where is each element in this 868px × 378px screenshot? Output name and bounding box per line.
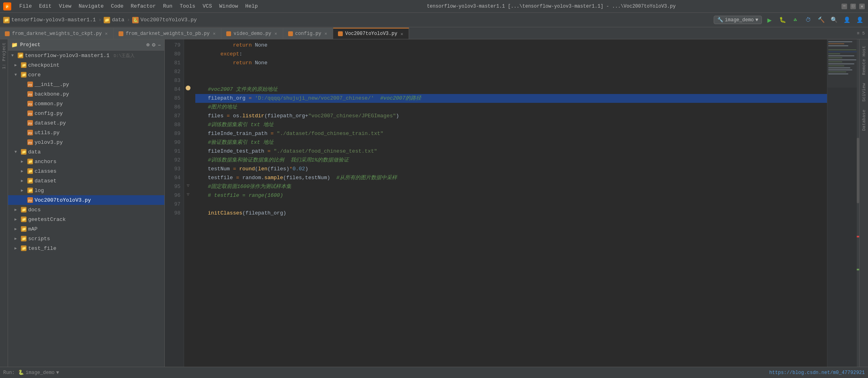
fold-95[interactable]: ▽	[184, 181, 192, 190]
menu-tools[interactable]: Tools	[176, 2, 199, 10]
tree-label-backbone: backbone.py	[35, 91, 69, 97]
tree-item-yolov3[interactable]: ▶ py yolov3.py	[8, 137, 164, 147]
code-content[interactable]: return None except: return None	[192, 39, 827, 367]
menu-edit[interactable]: Edit	[36, 2, 55, 10]
geetest-icon: 📁	[21, 217, 27, 222]
account2-button[interactable]: 👤	[854, 15, 865, 25]
menu-help[interactable]: Help	[242, 2, 261, 10]
tree-item-data[interactable]: ▼ 📁 data	[8, 147, 164, 157]
code-line-97	[195, 200, 827, 209]
sidebar-sciview[interactable]: SciView	[861, 80, 867, 105]
menu-bar[interactable]: File Edit View Navigate Code Refactor Ru…	[16, 2, 261, 10]
menu-vcs[interactable]: VCS	[199, 2, 215, 10]
code-editor[interactable]: 79 80 81 82 83 84 85 86 87 88 89 90 91 9…	[165, 39, 859, 367]
code-line-88: #训练数据集索引 txt 地址	[195, 121, 827, 129]
tree-item-checkpoint[interactable]: ▶ 📁 checkpoint	[8, 60, 164, 70]
tab-close-5[interactable]: ✕	[400, 31, 404, 37]
tree-label-test-file: test_file	[28, 245, 56, 251]
close-button[interactable]: ✕	[859, 4, 865, 9]
tree-arrow-classes: ▶	[21, 169, 26, 174]
tab-close-3[interactable]: ✕	[274, 31, 278, 36]
csdn-link[interactable]: https://blog.csdn.net/m0_47792921	[769, 370, 865, 376]
menu-run[interactable]: Run	[160, 2, 176, 10]
breadcrumb-root[interactable]: tensorflow-yolov3-master1.1	[11, 17, 96, 23]
search-button[interactable]: 🔍	[829, 15, 839, 25]
run-button[interactable]: ▶	[764, 15, 775, 25]
coverage-button[interactable]: ☘	[790, 15, 800, 25]
menu-code[interactable]: Code	[108, 2, 127, 10]
debug-button[interactable]: 🐛	[777, 15, 788, 25]
tree-item-map[interactable]: ▶ 📁 mAP	[8, 224, 164, 234]
fold-96[interactable]: ▽	[184, 190, 192, 198]
tree-label-dataset-folder: dataset	[35, 178, 57, 184]
breadcrumb-sep-2: ›	[127, 17, 130, 23]
tree-item-core[interactable]: ▼ 📁 core	[8, 70, 164, 80]
tree-item-config[interactable]: ▶ py config.py	[8, 108, 164, 118]
breadcrumb-data[interactable]: data	[112, 17, 124, 23]
bottom-run-config[interactable]: 🐍 image_demo ▼	[18, 370, 59, 376]
tree-item-dataset[interactable]: ▶ py dataset.py	[8, 118, 164, 128]
tree-item-backbone[interactable]: ▶ py backbone.py	[8, 89, 164, 99]
menu-window[interactable]: Window	[216, 2, 242, 10]
tab-voc2007[interactable]: Voc2007toYoloV3.py ✕	[333, 28, 409, 39]
file-tree: ▼ 📁 tensorflow-yolov3-master1.1 D:\王磊入 ▶…	[8, 51, 164, 367]
tree-item-utils[interactable]: ▶ py utils.py	[8, 128, 164, 137]
code-line-92: #训练数据集和验证数据集的比例 我们采用1%的数据做验证	[195, 156, 827, 165]
build-button[interactable]: 🔨	[816, 15, 826, 25]
breadcrumb-file[interactable]: Voc2007toYoloV3.py	[140, 17, 197, 23]
backbone-icon: py	[27, 91, 33, 97]
tab-from-darknet-pb[interactable]: from_darknet_weights_to_pb.py ✕	[114, 28, 221, 39]
sidebar-database[interactable]: Database	[861, 106, 867, 134]
tree-item-common[interactable]: ▶ py common.py	[8, 99, 164, 108]
tree-item-init[interactable]: ▶ py __init__.py	[8, 80, 164, 89]
tree-item-classes[interactable]: ▶ 📁 classes	[8, 166, 164, 176]
voc2007-icon: py	[27, 197, 33, 203]
tree-item-docs[interactable]: ▶ 📁 docs	[8, 205, 164, 215]
config-py-icon: py	[27, 110, 33, 116]
tab-close-2[interactable]: ✕	[212, 31, 217, 36]
account1-button[interactable]: 👤	[841, 15, 852, 25]
dataset-folder-icon: 📁	[27, 178, 33, 184]
tree-item-dataset-folder[interactable]: ▶ 📁 dataset	[8, 176, 164, 186]
tab-video-demo[interactable]: video_demo.py ✕	[221, 28, 283, 39]
project-panel-label[interactable]: 1: Project	[2, 43, 6, 69]
menu-file[interactable]: File	[16, 2, 35, 10]
tab-close-4[interactable]: ✕	[323, 31, 328, 36]
tree-item-anchors[interactable]: ▶ 📁 anchors	[8, 157, 164, 166]
tree-arrow-scripts: ▶	[14, 236, 19, 241]
sidebar-remote-host[interactable]: Remote Host	[861, 43, 867, 78]
breakpoint-84[interactable]	[186, 86, 190, 90]
tab-config[interactable]: config.py ✕	[283, 28, 333, 39]
tree-item-geetestcrack[interactable]: ▶ 📁 geetestCrack	[8, 215, 164, 224]
tab-from-darknet-ckpt[interactable]: from_darknet_weights_to_ckpt.py ✕	[0, 28, 114, 39]
tree-item-test-file[interactable]: ▶ 📁 test_file	[8, 243, 164, 253]
yolov3-icon: py	[27, 139, 33, 145]
tree-arrow-dataset-folder: ▶	[21, 178, 26, 183]
run-label: Run:	[3, 370, 15, 376]
menu-view[interactable]: View	[55, 2, 74, 10]
menu-refactor[interactable]: Refactor	[127, 2, 159, 10]
tab-close-1[interactable]: ✕	[104, 31, 108, 36]
tabs-overflow[interactable]: ≡ 5	[854, 31, 868, 36]
project-add-button[interactable]: ⊕	[146, 41, 149, 48]
tree-label-map: mAP	[28, 226, 37, 232]
run-config-selector[interactable]: 🔧 image_demo ▼	[714, 16, 762, 24]
project-minimize-button[interactable]: –	[158, 42, 161, 48]
tree-item-voc2007[interactable]: ▶ py Voc2007toYoloV3.py	[8, 195, 164, 205]
tab-label-3: video_demo.py	[233, 31, 271, 37]
project-panel-header: 📁 Project ⊕ ⚙ –	[8, 39, 164, 51]
window-controls[interactable]: ─ □ ✕	[841, 4, 865, 9]
code-line-83	[195, 76, 827, 85]
maximize-button[interactable]: □	[850, 4, 856, 9]
tree-item-log[interactable]: ▶ 📁 log	[8, 186, 164, 195]
tab-icon-1	[5, 31, 10, 36]
code-line-95: #固定取前面1600张作为测试样本集	[195, 182, 827, 191]
menu-navigate[interactable]: Navigate	[76, 2, 107, 10]
code-line-82	[195, 67, 827, 76]
minimize-button[interactable]: ─	[841, 4, 847, 9]
bottom-dropdown[interactable]: ▼	[56, 370, 59, 376]
profile-button[interactable]: ⏱	[803, 15, 813, 25]
tree-root[interactable]: ▼ 📁 tensorflow-yolov3-master1.1 D:\王磊入	[8, 51, 164, 60]
project-gear-button[interactable]: ⚙	[152, 41, 155, 48]
tree-item-scripts[interactable]: ▶ 📁 scripts	[8, 234, 164, 243]
